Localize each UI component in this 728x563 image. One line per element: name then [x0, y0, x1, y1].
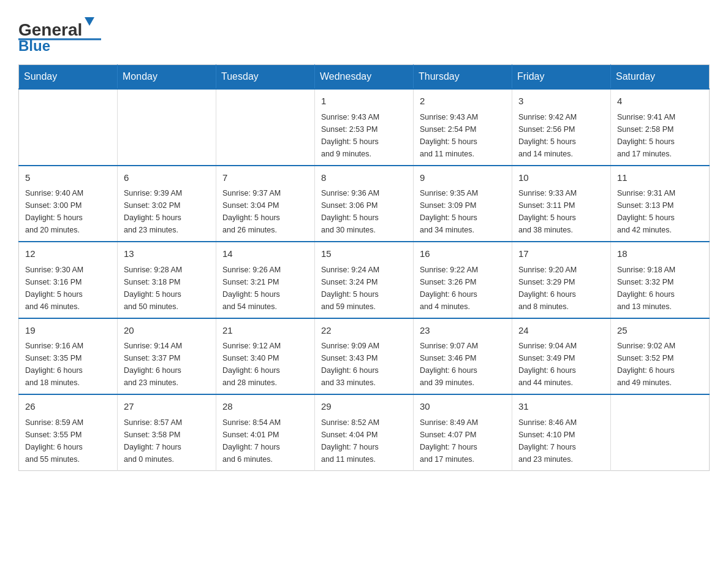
calendar-day-23: 23Sunrise: 9:07 AM Sunset: 3:46 PM Dayli… [414, 318, 512, 395]
calendar-day-19: 19Sunrise: 9:16 AM Sunset: 3:35 PM Dayli… [19, 318, 118, 395]
weekday-header-thursday: Thursday [414, 65, 512, 90]
day-number: 17 [518, 247, 604, 261]
day-info: Sunrise: 9:04 AM Sunset: 3:49 PM Dayligh… [518, 340, 604, 389]
day-info: Sunrise: 9:41 AM Sunset: 2:58 PM Dayligh… [617, 111, 703, 160]
calendar-header: SundayMondayTuesdayWednesdayThursdayFrid… [19, 65, 710, 90]
calendar-day-30: 30Sunrise: 8:49 AM Sunset: 4:07 PM Dayli… [414, 394, 512, 470]
calendar-day-29: 29Sunrise: 8:52 AM Sunset: 4:04 PM Dayli… [315, 394, 414, 470]
day-number: 21 [222, 324, 308, 338]
day-info: Sunrise: 8:59 AM Sunset: 3:55 PM Dayligh… [25, 416, 111, 465]
weekday-header-wednesday: Wednesday [315, 65, 414, 90]
day-number: 30 [420, 400, 506, 414]
day-number: 8 [321, 171, 407, 185]
calendar-day-12: 12Sunrise: 9:30 AM Sunset: 3:16 PM Dayli… [19, 242, 118, 318]
day-number: 25 [617, 324, 703, 338]
day-info: Sunrise: 9:33 AM Sunset: 3:11 PM Dayligh… [518, 187, 604, 236]
calendar-day-17: 17Sunrise: 9:20 AM Sunset: 3:29 PM Dayli… [512, 242, 611, 318]
svg-text:General: General [18, 20, 82, 39]
calendar-day-24: 24Sunrise: 9:04 AM Sunset: 3:49 PM Dayli… [512, 318, 611, 395]
page-header: General Blue [18, 12, 710, 52]
day-info: Sunrise: 9:07 AM Sunset: 3:46 PM Dayligh… [420, 340, 506, 389]
calendar-day-4: 4Sunrise: 9:41 AM Sunset: 2:58 PM Daylig… [611, 89, 710, 166]
calendar-day-14: 14Sunrise: 9:26 AM Sunset: 3:21 PM Dayli… [216, 242, 315, 318]
day-number: 29 [321, 400, 407, 414]
day-info: Sunrise: 9:20 AM Sunset: 3:29 PM Dayligh… [518, 264, 604, 313]
calendar-week-row: 12Sunrise: 9:30 AM Sunset: 3:16 PM Dayli… [19, 242, 710, 318]
day-info: Sunrise: 9:26 AM Sunset: 3:21 PM Dayligh… [222, 264, 308, 313]
day-number: 4 [617, 94, 703, 109]
day-info: Sunrise: 9:42 AM Sunset: 2:56 PM Dayligh… [518, 111, 604, 160]
calendar-week-row: 1Sunrise: 9:43 AM Sunset: 2:53 PM Daylig… [19, 89, 710, 166]
day-info: Sunrise: 9:40 AM Sunset: 3:00 PM Dayligh… [25, 187, 111, 236]
calendar-day-16: 16Sunrise: 9:22 AM Sunset: 3:26 PM Dayli… [414, 242, 512, 318]
calendar-day-21: 21Sunrise: 9:12 AM Sunset: 3:40 PM Dayli… [216, 318, 315, 395]
calendar-week-row: 26Sunrise: 8:59 AM Sunset: 3:55 PM Dayli… [19, 394, 710, 470]
day-info: Sunrise: 9:30 AM Sunset: 3:16 PM Dayligh… [25, 264, 111, 313]
calendar-day-9: 9Sunrise: 9:35 AM Sunset: 3:09 PM Daylig… [414, 166, 512, 242]
calendar-day-10: 10Sunrise: 9:33 AM Sunset: 3:11 PM Dayli… [512, 166, 611, 242]
day-number: 1 [321, 94, 407, 109]
calendar-day-2: 2Sunrise: 9:43 AM Sunset: 2:54 PM Daylig… [414, 89, 512, 166]
day-number: 16 [420, 247, 506, 261]
day-number: 31 [518, 400, 604, 414]
day-number: 14 [222, 247, 308, 261]
calendar-day-13: 13Sunrise: 9:28 AM Sunset: 3:18 PM Dayli… [118, 242, 216, 318]
day-info: Sunrise: 9:24 AM Sunset: 3:24 PM Dayligh… [321, 264, 407, 313]
calendar-day-empty [611, 394, 710, 470]
calendar-day-empty [19, 89, 118, 166]
calendar-day-15: 15Sunrise: 9:24 AM Sunset: 3:24 PM Dayli… [315, 242, 414, 318]
day-number: 27 [124, 400, 210, 414]
logo-svg: General Blue [18, 12, 104, 52]
day-number: 3 [518, 94, 604, 109]
day-number: 15 [321, 247, 407, 261]
day-info: Sunrise: 8:49 AM Sunset: 4:07 PM Dayligh… [420, 416, 506, 465]
calendar-day-1: 1Sunrise: 9:43 AM Sunset: 2:53 PM Daylig… [315, 89, 414, 166]
calendar-day-6: 6Sunrise: 9:39 AM Sunset: 3:02 PM Daylig… [118, 166, 216, 242]
calendar-body: 1Sunrise: 9:43 AM Sunset: 2:53 PM Daylig… [19, 89, 710, 470]
day-number: 11 [617, 171, 703, 185]
calendar-day-8: 8Sunrise: 9:36 AM Sunset: 3:06 PM Daylig… [315, 166, 414, 242]
calendar-day-5: 5Sunrise: 9:40 AM Sunset: 3:00 PM Daylig… [19, 166, 118, 242]
logo: General Blue [18, 12, 104, 52]
day-number: 23 [420, 324, 506, 338]
calendar-day-25: 25Sunrise: 9:02 AM Sunset: 3:52 PM Dayli… [611, 318, 710, 395]
day-number: 12 [25, 247, 111, 261]
day-number: 26 [25, 400, 111, 414]
day-number: 10 [518, 171, 604, 185]
svg-text:Blue: Blue [18, 37, 50, 52]
weekday-header-monday: Monday [118, 65, 216, 90]
calendar-day-empty [118, 89, 216, 166]
day-info: Sunrise: 9:37 AM Sunset: 3:04 PM Dayligh… [222, 187, 308, 236]
calendar-table: SundayMondayTuesdayWednesdayThursdayFrid… [18, 64, 710, 471]
day-number: 9 [420, 171, 506, 185]
day-number: 13 [124, 247, 210, 261]
day-info: Sunrise: 9:31 AM Sunset: 3:13 PM Dayligh… [617, 187, 703, 236]
calendar-week-row: 19Sunrise: 9:16 AM Sunset: 3:35 PM Dayli… [19, 318, 710, 395]
calendar-day-20: 20Sunrise: 9:14 AM Sunset: 3:37 PM Dayli… [118, 318, 216, 395]
weekday-header-friday: Friday [512, 65, 611, 90]
day-info: Sunrise: 9:18 AM Sunset: 3:32 PM Dayligh… [617, 264, 703, 313]
weekday-header-tuesday: Tuesday [216, 65, 315, 90]
day-number: 6 [124, 171, 210, 185]
day-info: Sunrise: 8:52 AM Sunset: 4:04 PM Dayligh… [321, 416, 407, 465]
day-info: Sunrise: 9:14 AM Sunset: 3:37 PM Dayligh… [124, 340, 210, 389]
day-number: 19 [25, 324, 111, 338]
day-info: Sunrise: 9:09 AM Sunset: 3:43 PM Dayligh… [321, 340, 407, 389]
calendar-day-3: 3Sunrise: 9:42 AM Sunset: 2:56 PM Daylig… [512, 89, 611, 166]
calendar-day-27: 27Sunrise: 8:57 AM Sunset: 3:58 PM Dayli… [118, 394, 216, 470]
day-info: Sunrise: 9:43 AM Sunset: 2:54 PM Dayligh… [420, 111, 506, 160]
calendar-day-28: 28Sunrise: 8:54 AM Sunset: 4:01 PM Dayli… [216, 394, 315, 470]
weekday-header-saturday: Saturday [611, 65, 710, 90]
day-info: Sunrise: 8:46 AM Sunset: 4:10 PM Dayligh… [518, 416, 604, 465]
day-info: Sunrise: 9:36 AM Sunset: 3:06 PM Dayligh… [321, 187, 407, 236]
day-info: Sunrise: 9:43 AM Sunset: 2:53 PM Dayligh… [321, 111, 407, 160]
day-number: 5 [25, 171, 111, 185]
day-number: 2 [420, 94, 506, 109]
day-number: 18 [617, 247, 703, 261]
weekday-header-sunday: Sunday [19, 65, 118, 90]
day-info: Sunrise: 9:02 AM Sunset: 3:52 PM Dayligh… [617, 340, 703, 389]
weekday-header-row: SundayMondayTuesdayWednesdayThursdayFrid… [19, 65, 710, 90]
svg-marker-1 [85, 17, 94, 26]
day-number: 20 [124, 324, 210, 338]
calendar-week-row: 5Sunrise: 9:40 AM Sunset: 3:00 PM Daylig… [19, 166, 710, 242]
